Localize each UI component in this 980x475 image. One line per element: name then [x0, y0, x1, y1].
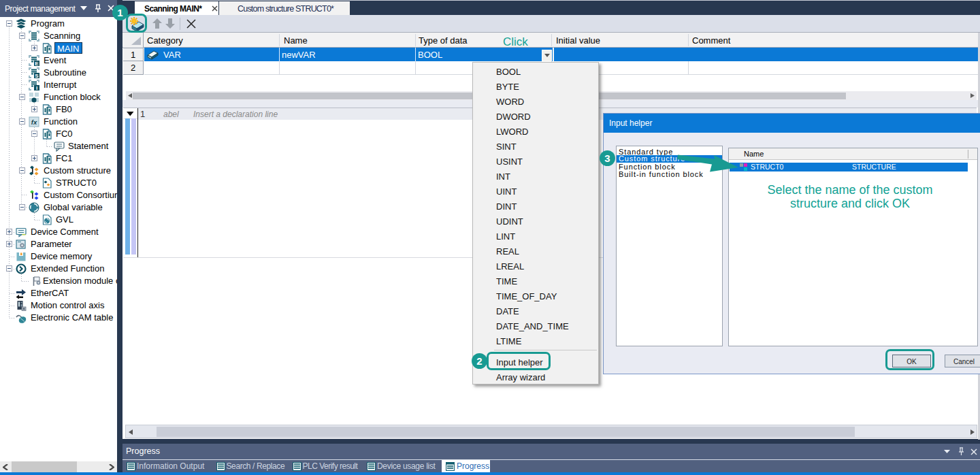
svg-text:E: E — [35, 61, 39, 67]
svg-text:S: S — [35, 73, 39, 79]
svg-text:I: I — [36, 85, 37, 91]
svg-text:fx: fx — [31, 118, 37, 126]
